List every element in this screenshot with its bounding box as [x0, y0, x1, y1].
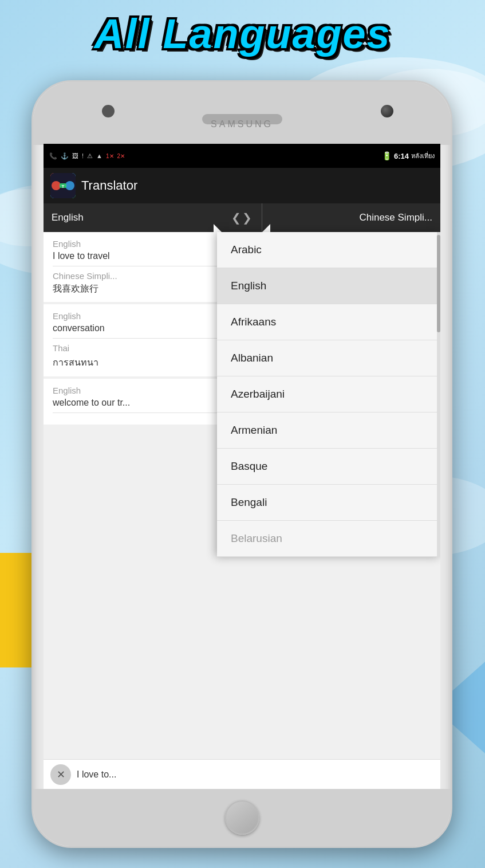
- app-title: Translator: [81, 178, 137, 193]
- samsung-brand-label: SAMSUNG: [211, 119, 273, 129]
- phone-forward-icon: 📞: [49, 152, 57, 160]
- status-bar: 📞 ⚓ 🖼 ! ⚠ ▲ 1✕ 2✕ 🔋 6:14 หลังเที่ยง: [44, 144, 440, 168]
- clear-button[interactable]: ✕: [50, 764, 71, 785]
- home-button[interactable]: [225, 800, 259, 835]
- warning-icon: ⚠: [87, 152, 93, 160]
- svg-point-6: [52, 181, 61, 190]
- chevron-left-icon: ❮: [231, 211, 241, 225]
- phone-screen: 📞 ⚓ 🖼 ! ⚠ ▲ 1✕ 2✕ 🔋 6:14 หลังเที่ยง: [44, 144, 440, 789]
- app-toolbar: T Translator: [44, 168, 440, 203]
- status-thai-text: หลังเที่ยง: [411, 151, 435, 161]
- dropdown-item-belarusian[interactable]: Belarusian: [217, 521, 440, 557]
- dropdown-scrollbar-thumb: [437, 235, 440, 332]
- page-title: All Languages: [0, 10, 485, 57]
- source-language-button[interactable]: English: [44, 203, 222, 232]
- sim2-x-icon: 2✕: [117, 153, 125, 159]
- dropdown-item-bengali[interactable]: Bengali: [217, 485, 440, 521]
- status-time-area: 🔋 6:14 หลังเที่ยง: [382, 151, 435, 161]
- dropdown-item-english[interactable]: English: [217, 268, 440, 304]
- dropdown-item-basque[interactable]: Basque: [217, 449, 440, 485]
- dropdown-item-albanian[interactable]: Albanian: [217, 340, 440, 376]
- usb-icon: ⚓: [61, 152, 69, 160]
- wifi-icon: ▲: [96, 152, 102, 159]
- dropdown-item-afrikaans[interactable]: Afrikaans: [217, 304, 440, 340]
- swap-language-button[interactable]: ❮ ❯: [222, 203, 262, 232]
- front-camera-icon: [102, 105, 115, 117]
- status-icons-left: 📞 ⚓ 🖼 ! ⚠ ▲ 1✕ 2✕: [49, 152, 125, 160]
- phone-camera-right: [381, 105, 393, 117]
- app-icon: T: [50, 173, 76, 198]
- svg-point-7: [65, 181, 74, 190]
- battery-icon: 🔋: [382, 151, 392, 160]
- dropdown-item-armenian[interactable]: Armenian: [217, 413, 440, 449]
- language-dropdown[interactable]: Arabic English Afrikaans Albanian Azerba…: [217, 232, 440, 557]
- chevron-right-icon: ❯: [242, 211, 252, 225]
- bottom-input-text: I love to...: [77, 769, 433, 780]
- target-language-button[interactable]: Chinese Simpli...: [262, 203, 440, 232]
- phone-device: SAMSUNG 📞 ⚓ 🖼 ! ⚠ ▲ 1✕ 2✕ 🔋 6:14 หลังเที…: [31, 80, 452, 848]
- phone-bottom-bezel: [33, 789, 451, 846]
- dropdown-scrollbar[interactable]: [437, 232, 440, 557]
- image-icon: 🖼: [72, 152, 78, 159]
- bottom-input-bar[interactable]: ✕ I love to...: [44, 759, 440, 789]
- sim1-x-icon: 1✕: [106, 153, 114, 159]
- language-selector-bar[interactable]: English ❮ ❯ Chinese Simpli...: [44, 203, 440, 232]
- alert-icon: !: [82, 152, 84, 159]
- phone-top-bezel: SAMSUNG: [33, 82, 451, 145]
- dropdown-item-azerbaijani[interactable]: Azerbaijani: [217, 376, 440, 413]
- status-time: 6:14: [394, 152, 409, 160]
- dropdown-item-arabic[interactable]: Arabic: [217, 232, 440, 268]
- svg-text:T: T: [62, 184, 65, 189]
